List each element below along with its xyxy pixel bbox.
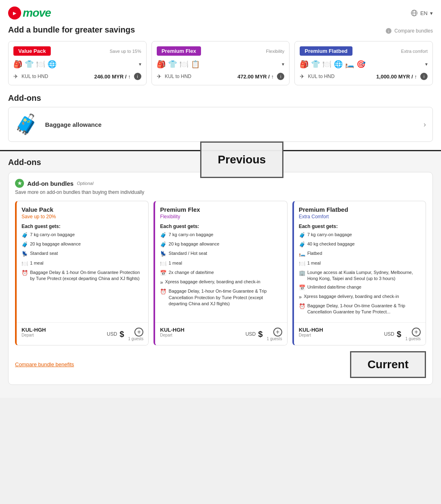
pfb-feature-list: 🧳7 kg carry-on baggage 🧳40 kg checked ba… [299,232,421,315]
vp-guests: 1 guests [128,337,144,341]
list-item: 🍽️1 meal [299,260,421,267]
baggage-allowance-card[interactable]: 🧳 Baggage allowance › [8,107,433,142]
logo-text: MOVe [23,7,51,20]
vp-depart: Depart [22,333,46,337]
vp-route: KUL-HGH [22,327,46,333]
value-pack-price: 246.00 MYR / ↑ [94,74,131,80]
detail-card-value-pack[interactable]: Value Pack Save up to 20% Each guest get… [15,201,149,345]
value-pack-route: KUL to HND [22,74,48,79]
svg-text:i: i [388,29,389,33]
vp-currency: USD [107,331,117,337]
vp-dollar: $ [119,330,124,339]
list-item: 🍽️1 meal [22,260,143,267]
premium-flatbed-info[interactable]: i [420,73,428,80]
lang-chevron-icon: ▾ [430,10,433,16]
pf-footer: KUL-HGH Depart USD $ + 1 guests [155,322,287,345]
pf-currency: USD [245,331,255,337]
baggage-emoji-icon: 🧳 [14,113,39,136]
premium-flex-info[interactable]: i [277,73,284,80]
pfb-depart: Depart [299,333,323,337]
pfb-each-guest: Each guest gets: [299,224,421,229]
list-item: 🧳7 kg carry-on baggage [160,232,282,239]
chevron-right-icon: › [424,120,426,129]
pf-each-guest: Each guest gets: [160,224,282,229]
pf-dollar: $ [258,330,263,339]
bundle-section-title: Add a bundle for greater savings [8,25,135,35]
bundle-card-premium-flex[interactable]: Premium Flex Flexibility 🎒👕🍽️📋 ▾ ✈ KUL t… [151,41,290,85]
list-item: ⏰Baggage Delay & 1-hour On-time Guarante… [22,269,143,282]
list-item: ⏰Baggage Delay, 1-hour On-time Guarantee… [160,288,282,307]
detail-card-premium-flex[interactable]: Premium Flex Flexibility Each guest gets… [153,201,287,345]
list-item: 🧳20 kg baggage allowance [22,241,143,248]
bottom-section: Add-ons ★ Add-on bundles Optional Save m… [0,151,441,398]
list-item: 📅Unlimited date/time change [299,284,421,291]
list-item: 🧳7 kg carry-on baggage [299,232,421,239]
value-pack-badge: Value Pack [13,46,51,56]
lang-label: EN [420,10,428,16]
list-item: »Xpress baggage delivery, boarding and c… [160,279,282,286]
premium-flatbed-subtitle: Extra comfort [401,49,428,54]
list-item: »Xpress baggage delivery, boarding and c… [299,293,421,301]
addon-bundles-card: ★ Add-on bundles Optional Save more on a… [8,172,433,385]
vp-feature-list: 🧳7 kg carry-on baggage 🧳20 kg baggage al… [22,232,143,282]
baggage-allowance-label: Baggage allowance [45,121,102,128]
premium-flex-dropdown[interactable]: ▾ [282,61,284,67]
detail-card-premium-flatbed[interactable]: Premium Flatbed Extra Comfort Each guest… [292,201,426,345]
globe-icon [411,9,418,17]
pf-add-button[interactable]: + [273,328,282,337]
value-pack-subtitle: Save up to 15% [110,49,141,54]
value-pack-icons: 🎒👕🍽️🌐 ▾ [13,60,141,69]
list-item: 📅2x change of date/time [160,269,282,277]
language-selector[interactable]: EN ▾ [411,9,433,17]
pfb-footer: KUL-HGH Depart USD $ + 1 guests [294,322,426,345]
save-text: Save more on add-on bundles than buying … [15,189,426,195]
pfb-guests: 1 guests [405,337,421,341]
value-pack-dropdown[interactable]: ▾ [139,61,141,67]
star-icon: ★ [15,179,24,188]
premium-flatbed-icons: 🎒👕🍽️🌐🛏️🎯 ▾ [300,60,428,69]
pf-guests: 1 guests [267,337,282,341]
compare-bundles-label: Compare bundles [394,28,433,34]
pf-subtitle: Flexibility [160,214,282,219]
value-pack-info[interactable]: i [134,73,141,80]
list-item: 🧳40 kg checked baggage [299,241,421,248]
premium-flex-subtitle: Flexibility [266,49,284,54]
premium-flex-badge: Premium Flex [157,46,201,56]
vp-name: Value Pack [22,206,143,213]
current-tooltip: Current [350,351,426,378]
vp-each-guest: Each guest gets: [22,224,143,229]
list-item: 🛏️Flatbed [299,250,421,258]
logo-icon: ▶ [8,7,21,20]
premium-flatbed-dropdown[interactable]: ▾ [425,61,428,67]
premium-flex-icons: 🎒👕🍽️📋 ▾ [157,60,285,69]
premium-flatbed-badge: Premium Flatbed [300,46,352,56]
pfb-subtitle: Extra Comfort [299,214,421,219]
pf-depart: Depart [160,333,184,337]
premium-flex-route: KUL to HND [165,74,192,79]
list-item: 💺Standard seat [22,250,143,258]
premium-flex-price: 472.00 MYR / ↑ [238,74,274,80]
pf-name: Premium Flex [160,206,282,213]
pfb-name: Premium Flatbed [299,206,421,213]
pf-route: KUL-HGH [160,327,184,333]
compare-bundle-benefits-link[interactable]: Compare bundle benefits [15,361,74,367]
premium-flatbed-route: KUL to HND [308,74,335,79]
addon-bundles-title: Add-on bundles [27,180,74,187]
info-circle-icon: i [385,28,392,34]
compare-bundles-button[interactable]: i Compare bundles [385,28,433,34]
pfb-currency: USD [384,331,394,337]
pfb-add-button[interactable]: + [412,328,421,337]
vp-subtitle: Save up to 20% [22,214,143,219]
list-item: 🧳20 kg baggage allowance [160,241,282,248]
bundle-card-value-pack[interactable]: Value Pack Save up to 15% 🎒👕🍽️🌐 ▾ ✈ KUL … [8,41,147,85]
optional-badge: Optional [77,181,93,186]
list-item: 🍽️1 meal [160,260,282,267]
addons-section-title: Add-ons [8,93,433,103]
previous-tooltip: Previous [200,141,283,178]
bottom-footer: Compare bundle benefits Current [15,351,426,378]
logo: ▶ MOVe [8,7,51,20]
bundle-card-premium-flatbed[interactable]: Premium Flatbed Extra comfort 🎒👕🍽️🌐🛏️🎯 ▾… [294,41,433,85]
vp-add-button[interactable]: + [134,328,143,337]
premium-flatbed-price: 1,000.00 MYR / ↑ [376,74,417,80]
list-item: 🧳7 kg carry-on baggage [22,232,143,239]
